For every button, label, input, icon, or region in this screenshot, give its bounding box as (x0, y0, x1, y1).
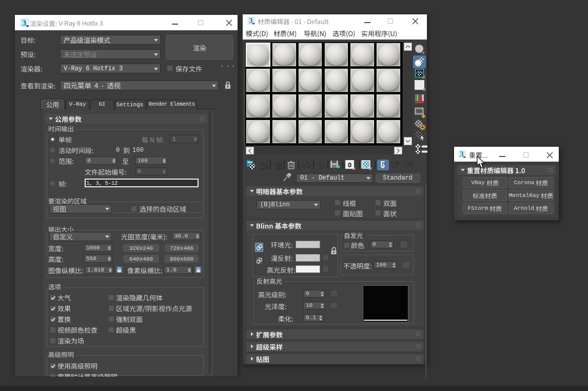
svg-text:0: 0 (348, 161, 351, 169)
svg-text:3: 3 (249, 17, 252, 25)
svg-text:3: 3 (460, 150, 463, 158)
svg-text:3: 3 (22, 18, 27, 27)
